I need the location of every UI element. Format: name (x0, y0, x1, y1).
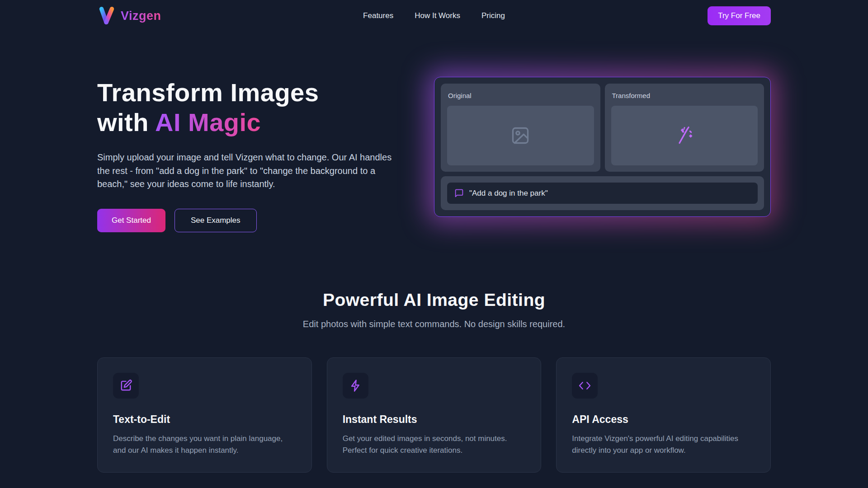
transformed-label: Transformed (612, 92, 758, 99)
demo-card: Original Transformed (434, 77, 771, 217)
original-image-placeholder (447, 106, 594, 165)
prompt-text: "Add a dog in the park" (469, 189, 548, 198)
lightning-bolt-icon (349, 379, 362, 392)
features-section: Powerful AI Image Editing Edit photos wi… (97, 290, 771, 473)
code-brackets-icon (578, 379, 591, 392)
feature-description: Integrate Vizgen's powerful AI editing c… (572, 433, 755, 456)
brand-logo[interactable]: Vizgen (97, 6, 161, 26)
hero-title-line2-prefix: with (97, 108, 155, 136)
features-title: Powerful AI Image Editing (97, 290, 771, 310)
original-panel: Original (441, 84, 600, 172)
demo-preview: Original Transformed (434, 77, 771, 217)
vizgen-v-logo-icon (97, 6, 116, 26)
brand-name: Vizgen (121, 9, 161, 23)
nav-item-how-it-works[interactable]: How It Works (415, 11, 460, 20)
get-started-button[interactable]: Get Started (97, 209, 165, 232)
magic-wand-icon (675, 126, 694, 145)
main-nav: Features How It Works Pricing (363, 11, 505, 20)
prompt-input[interactable]: "Add a dog in the park" (447, 183, 758, 204)
demo-prompt-section: "Add a dog in the park" (441, 176, 764, 210)
feature-title: Text-to-Edit (113, 413, 296, 426)
feature-icon-tile (113, 373, 139, 399)
feature-card-instant-results: Instant Results Get your edited images i… (327, 357, 542, 473)
hero-section: Transform Images with AI Magic Simply up… (97, 77, 771, 232)
feature-card-api-access: API Access Integrate Vizgen's powerful A… (556, 357, 771, 473)
feature-icon-tile (572, 373, 598, 399)
transformed-panel: Transformed (605, 84, 764, 172)
see-examples-button[interactable]: See Examples (175, 209, 257, 232)
feature-card-text-to-edit: Text-to-Edit Describe the changes you wa… (97, 357, 312, 473)
transformed-image-placeholder (611, 106, 758, 165)
try-for-free-button[interactable]: Try For Free (708, 6, 771, 25)
hero-title-line1: Transform Images (97, 78, 319, 107)
image-icon (510, 126, 530, 145)
nav-item-pricing[interactable]: Pricing (481, 11, 505, 20)
original-label: Original (448, 92, 594, 99)
feature-title: Instant Results (343, 413, 526, 426)
hero-title: Transform Images with AI Magic (97, 78, 409, 137)
chat-bubble-icon (454, 188, 464, 198)
feature-title: API Access (572, 413, 755, 426)
feature-icon-tile (343, 373, 368, 399)
hero-description: Simply upload your image and tell Vizgen… (97, 151, 396, 191)
hero-title-highlight: AI Magic (155, 108, 261, 136)
features-subtitle: Edit photos with simple text commands. N… (97, 319, 771, 329)
site-header: Vizgen Features How It Works Pricing Try… (0, 0, 868, 32)
edit-square-icon (119, 379, 132, 392)
nav-item-features[interactable]: Features (363, 11, 393, 20)
feature-description: Get your edited images in seconds, not m… (343, 433, 526, 456)
feature-description: Describe the changes you want in plain l… (113, 433, 296, 456)
